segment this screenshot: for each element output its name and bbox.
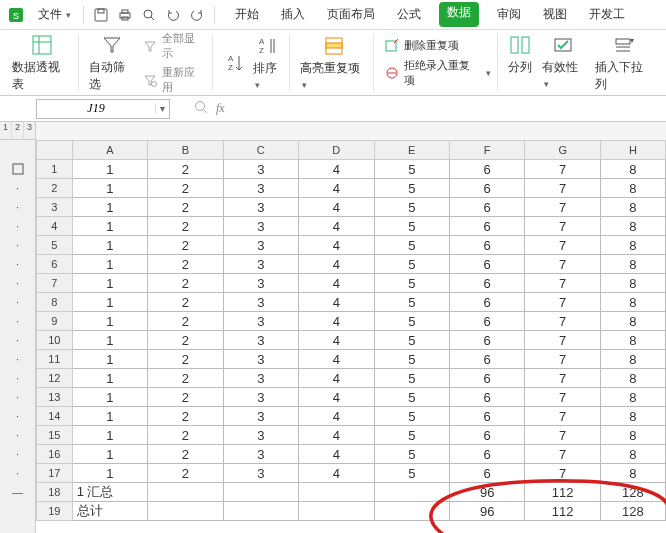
cell[interactable]: 6 bbox=[449, 388, 524, 407]
cell[interactable]: 3 bbox=[223, 255, 298, 274]
formula-input[interactable] bbox=[231, 96, 666, 121]
outline-cell[interactable]: · bbox=[0, 273, 35, 292]
cell[interactable]: 4 bbox=[299, 312, 374, 331]
outline-cell[interactable]: · bbox=[0, 254, 35, 273]
cell[interactable]: 6 bbox=[449, 445, 524, 464]
cell[interactable]: 7 bbox=[525, 426, 600, 445]
cell[interactable]: 128 bbox=[600, 483, 665, 502]
outline-cell[interactable]: · bbox=[0, 178, 35, 197]
cell[interactable]: 7 bbox=[525, 464, 600, 483]
cell[interactable]: 4 bbox=[299, 293, 374, 312]
cell[interactable]: 6 bbox=[449, 331, 524, 350]
cell[interactable]: 6 bbox=[449, 274, 524, 293]
cell[interactable]: 3 bbox=[223, 312, 298, 331]
cell[interactable]: 5 bbox=[374, 426, 449, 445]
tab-视图[interactable]: 视图 bbox=[539, 2, 571, 27]
tab-插入[interactable]: 插入 bbox=[277, 2, 309, 27]
cell[interactable]: 2 bbox=[148, 350, 223, 369]
row-header[interactable]: 3 bbox=[37, 198, 73, 217]
cell[interactable]: 1 汇总 bbox=[72, 483, 147, 502]
cell[interactable] bbox=[374, 483, 449, 502]
outline-cell[interactable]: — bbox=[0, 482, 35, 501]
outline-cell[interactable]: · bbox=[0, 235, 35, 254]
remove-dup-button[interactable]: 删除重复项 bbox=[384, 38, 491, 54]
cell[interactable]: 1 bbox=[72, 388, 147, 407]
row-header[interactable]: 15 bbox=[37, 426, 73, 445]
cell[interactable]: 6 bbox=[449, 350, 524, 369]
cell[interactable]: 1 bbox=[72, 198, 147, 217]
cell[interactable]: 4 bbox=[299, 388, 374, 407]
cell[interactable]: 1 bbox=[72, 445, 147, 464]
cell[interactable]: 5 bbox=[374, 160, 449, 179]
cell[interactable]: 1 bbox=[72, 331, 147, 350]
row-header[interactable]: 12 bbox=[37, 369, 73, 388]
outline-level-3[interactable]: 3 bbox=[24, 122, 35, 139]
cell[interactable]: 2 bbox=[148, 312, 223, 331]
cell[interactable]: 4 bbox=[299, 274, 374, 293]
col-header-B[interactable]: B bbox=[148, 141, 223, 160]
undo-icon[interactable] bbox=[164, 6, 182, 24]
cell[interactable]: 8 bbox=[600, 217, 665, 236]
cell[interactable]: 4 bbox=[299, 369, 374, 388]
cell[interactable]: 8 bbox=[600, 198, 665, 217]
cell[interactable]: 2 bbox=[148, 274, 223, 293]
row-header[interactable]: 1 bbox=[37, 160, 73, 179]
save-icon[interactable] bbox=[92, 6, 110, 24]
cell[interactable]: 4 bbox=[299, 217, 374, 236]
text-to-cols-button[interactable]: 分列 bbox=[508, 33, 532, 93]
cell[interactable]: 1 bbox=[72, 426, 147, 445]
cancel-icon[interactable] bbox=[194, 100, 208, 117]
outline-cell[interactable]: · bbox=[0, 216, 35, 235]
cell[interactable] bbox=[299, 502, 374, 521]
cell[interactable]: 3 bbox=[223, 369, 298, 388]
cell[interactable]: 7 bbox=[525, 274, 600, 293]
name-box[interactable]: ▾ bbox=[36, 99, 170, 119]
reapply-button[interactable]: 重新应用 bbox=[142, 65, 206, 95]
reject-dup-button[interactable]: 拒绝录入重复项▾ bbox=[384, 58, 491, 88]
cell[interactable]: 4 bbox=[299, 445, 374, 464]
row-header[interactable]: 18 bbox=[37, 483, 73, 502]
cell[interactable]: 7 bbox=[525, 160, 600, 179]
row-header[interactable]: 4 bbox=[37, 217, 73, 236]
cell[interactable]: 6 bbox=[449, 426, 524, 445]
cell[interactable]: 3 bbox=[223, 274, 298, 293]
sort-az-button[interactable]: AZ bbox=[223, 51, 247, 75]
validation-button[interactable]: 有效性▾ bbox=[542, 33, 585, 93]
cell[interactable]: 总计 bbox=[72, 502, 147, 521]
col-header-H[interactable]: H bbox=[600, 141, 665, 160]
row-header[interactable]: 6 bbox=[37, 255, 73, 274]
cell[interactable]: 7 bbox=[525, 236, 600, 255]
cell[interactable]: 6 bbox=[449, 293, 524, 312]
cell[interactable]: 1 bbox=[72, 255, 147, 274]
row-header[interactable]: 8 bbox=[37, 293, 73, 312]
cell[interactable]: 8 bbox=[600, 236, 665, 255]
cell[interactable]: 1 bbox=[72, 293, 147, 312]
select-all-corner[interactable] bbox=[37, 141, 73, 160]
cell[interactable]: 5 bbox=[374, 407, 449, 426]
cell[interactable]: 112 bbox=[525, 483, 600, 502]
cell[interactable]: 1 bbox=[72, 217, 147, 236]
cell[interactable]: 4 bbox=[299, 331, 374, 350]
cell[interactable]: 8 bbox=[600, 331, 665, 350]
cell[interactable]: 112 bbox=[525, 502, 600, 521]
cell[interactable]: 6 bbox=[449, 407, 524, 426]
cell[interactable]: 3 bbox=[223, 464, 298, 483]
cell[interactable]: 2 bbox=[148, 217, 223, 236]
outline-level-2[interactable]: 2 bbox=[12, 122, 24, 139]
cell[interactable]: 3 bbox=[223, 179, 298, 198]
cell[interactable]: 7 bbox=[525, 331, 600, 350]
cell[interactable]: 4 bbox=[299, 198, 374, 217]
cell[interactable]: 7 bbox=[525, 217, 600, 236]
cell[interactable]: 5 bbox=[374, 331, 449, 350]
cell[interactable]: 3 bbox=[223, 388, 298, 407]
cell[interactable]: 4 bbox=[299, 464, 374, 483]
outline-cell[interactable] bbox=[0, 501, 35, 520]
outline-cell[interactable]: · bbox=[0, 387, 35, 406]
outline-cell[interactable]: · bbox=[0, 368, 35, 387]
col-header-G[interactable]: G bbox=[525, 141, 600, 160]
row-header[interactable]: 16 bbox=[37, 445, 73, 464]
cell[interactable]: 8 bbox=[600, 445, 665, 464]
cell[interactable]: 6 bbox=[449, 369, 524, 388]
outline-cell[interactable]: · bbox=[0, 330, 35, 349]
cell[interactable]: 96 bbox=[449, 502, 524, 521]
